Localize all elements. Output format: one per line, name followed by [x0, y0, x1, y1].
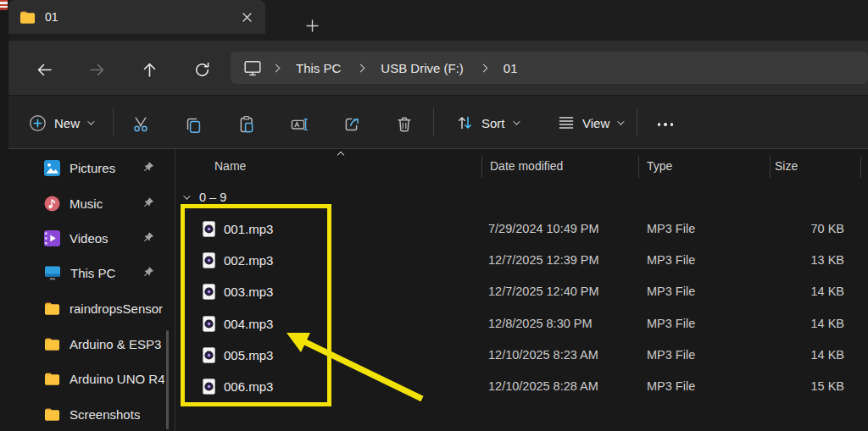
column-divider[interactable]: [481, 156, 482, 178]
sort-button-label: Sort: [481, 116, 505, 130]
command-toolbar: New: [8, 96, 868, 148]
column-header-date-modified[interactable]: Date modified: [490, 159, 563, 173]
tab-01[interactable]: 01: [8, 0, 265, 34]
sidebar-item-raindropssensor[interactable]: raindropsSensor: [8, 294, 175, 323]
column-header-type[interactable]: Type: [647, 159, 672, 173]
file-size: 15 KB: [811, 371, 845, 402]
sidebar-item-arduino-esp3[interactable]: Arduino & ESP3: [8, 329, 175, 358]
file-date: 12/8/2025 8:30 PM: [488, 308, 593, 340]
file-date: 7/29/2024 10:49 PM: [488, 213, 599, 245]
sidebar-item-arduino-uno-r4[interactable]: Arduino UNO R4: [8, 364, 175, 393]
sidebar-item-label: Videos: [70, 231, 108, 246]
annotation-highlight-rectangle: [181, 204, 331, 406]
breadcrumb: This PC USB Drive (F:) 01: [231, 52, 868, 84]
more-options-button[interactable]: [650, 109, 681, 140]
breadcrumb-this-pc[interactable]: This PC: [291, 58, 346, 79]
file-size: 14 KB: [811, 340, 845, 371]
folder-icon: [44, 407, 60, 422]
divider: [433, 108, 434, 136]
new-button-label: New: [54, 116, 80, 130]
tab-close-icon[interactable]: [236, 7, 257, 27]
column-divider[interactable]: [638, 156, 639, 178]
chevron-down-icon: [513, 118, 520, 124]
file-size: 70 KB: [811, 213, 845, 245]
trash-icon: [395, 115, 414, 134]
share-button[interactable]: [337, 109, 367, 140]
tab-bar: 01: [8, 0, 868, 41]
paste-icon: [237, 115, 256, 134]
sidebar-item-videos[interactable]: Videos: [8, 224, 175, 252]
cut-button[interactable]: [125, 109, 156, 140]
share-icon: [342, 115, 361, 134]
sidebar-item-label: Arduino UNO R4: [70, 372, 164, 386]
chevron-down-icon: [87, 118, 94, 124]
file-type: MP3 File: [647, 340, 695, 371]
copy-button[interactable]: [178, 109, 209, 140]
view-button-label: View: [582, 116, 609, 130]
breadcrumb-usb-drive[interactable]: USB Drive (F:): [376, 58, 469, 79]
refresh-icon: [193, 61, 211, 79]
folder-icon: [44, 337, 60, 351]
file-date: 12/7/2025 12:40 PM: [488, 276, 599, 307]
divider: [637, 108, 637, 136]
tab-title: 01: [45, 10, 236, 24]
pin-icon: [142, 197, 154, 208]
sidebar-item-label: Music: [70, 196, 103, 211]
column-divider[interactable]: [770, 156, 771, 178]
sidebar-item-label: Screenshots: [70, 407, 140, 422]
forward-button[interactable]: [80, 52, 114, 86]
file-size: 14 KB: [811, 308, 845, 340]
sort-button[interactable]: Sort: [448, 107, 526, 139]
rename-icon: [290, 115, 309, 134]
ellipsis-icon: [664, 123, 667, 126]
chevron-down-icon: [617, 118, 624, 124]
this-pc-icon[interactable]: [244, 60, 261, 76]
plus-icon: [305, 19, 320, 33]
new-tab-button[interactable]: [301, 14, 324, 37]
sidebar-scrollbar[interactable]: [166, 330, 169, 429]
videos-icon: [44, 230, 60, 246]
sidebar-item-this-pc[interactable]: This PC: [8, 258, 175, 287]
paste-button[interactable]: [231, 109, 262, 140]
column-header-size[interactable]: Size: [775, 159, 798, 173]
column-divider[interactable]: [860, 156, 861, 178]
sidebar-item-label: Pictures: [70, 161, 115, 175]
back-button[interactable]: [27, 52, 61, 86]
background-app-icon: [0, 0, 8, 10]
delete-button[interactable]: [389, 109, 420, 140]
pin-icon: [142, 267, 154, 278]
pin-icon: [142, 232, 154, 243]
music-icon: [44, 196, 60, 212]
up-button[interactable]: [132, 52, 166, 86]
sidebar-item-pictures[interactable]: Pictures: [8, 153, 175, 182]
file-type: MP3 File: [647, 213, 695, 245]
file-date: 12/10/2025 8:23 AM: [488, 340, 598, 371]
column-header-name[interactable]: Name: [214, 159, 246, 173]
desktop-edge-strip: [0, 0, 8, 431]
arrow-left-icon: [36, 61, 53, 79]
view-list-icon: [558, 115, 575, 130]
pictures-icon: [44, 160, 60, 176]
file-type: MP3 File: [647, 308, 695, 340]
file-type: MP3 File: [647, 245, 695, 276]
refresh-button[interactable]: [185, 52, 219, 86]
chevron-right-icon: [272, 64, 281, 72]
group-label: 0 – 9: [199, 191, 226, 204]
divider: [113, 108, 114, 136]
folder-icon: [19, 10, 36, 25]
chevron-right-icon: [357, 64, 365, 72]
file-date: 12/10/2025 8:28 AM: [488, 371, 598, 402]
sidebar-item-screenshots[interactable]: Screenshots: [8, 400, 175, 428]
sort-icon: [456, 114, 474, 131]
file-size: 14 KB: [811, 276, 845, 307]
navigation-bar: This PC USB Drive (F:) 01: [8, 41, 868, 95]
ellipsis-icon: [670, 123, 674, 126]
folder-icon: [44, 372, 60, 386]
sidebar-item-music[interactable]: Music: [8, 189, 175, 218]
view-button[interactable]: View: [549, 107, 631, 139]
new-button[interactable]: New: [19, 107, 103, 139]
chevron-down-icon: [183, 192, 190, 199]
chevron-right-icon: [479, 64, 487, 72]
rename-button[interactable]: [284, 109, 314, 140]
breadcrumb-current-folder[interactable]: 01: [498, 58, 523, 79]
